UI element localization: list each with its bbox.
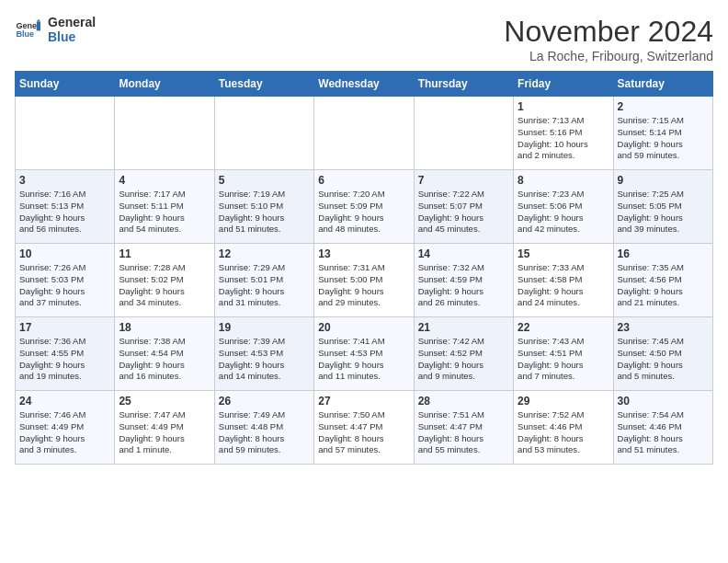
day-number: 12 [219, 247, 310, 260]
calendar-day-23: 23Sunrise: 7:45 AM Sunset: 4:50 PM Dayli… [613, 317, 712, 391]
calendar-day-17: 17Sunrise: 7:36 AM Sunset: 4:55 PM Dayli… [16, 317, 115, 391]
day-number: 3 [19, 174, 110, 187]
day-info: Sunrise: 7:17 AM Sunset: 5:11 PM Dayligh… [119, 189, 210, 236]
day-info: Sunrise: 7:22 AM Sunset: 5:07 PM Dayligh… [418, 189, 509, 236]
day-number: 19 [219, 321, 310, 334]
day-info: Sunrise: 7:49 AM Sunset: 4:48 PM Dayligh… [219, 409, 310, 456]
day-number: 13 [318, 247, 409, 260]
day-number: 15 [518, 247, 609, 260]
day-number: 28 [418, 395, 509, 408]
day-number: 7 [418, 174, 509, 187]
calendar-day-25: 25Sunrise: 7:47 AM Sunset: 4:49 PM Dayli… [115, 391, 214, 465]
day-info: Sunrise: 7:26 AM Sunset: 5:03 PM Dayligh… [19, 262, 110, 309]
calendar-day-16: 16Sunrise: 7:35 AM Sunset: 4:56 PM Dayli… [613, 244, 712, 317]
day-number: 17 [19, 321, 110, 334]
calendar-day-24: 24Sunrise: 7:46 AM Sunset: 4:49 PM Dayli… [16, 391, 115, 465]
calendar-day-4: 4Sunrise: 7:17 AM Sunset: 5:11 PM Daylig… [115, 170, 214, 244]
calendar-day-30: 30Sunrise: 7:54 AM Sunset: 4:46 PM Dayli… [613, 391, 712, 465]
calendar-week-row: 1Sunrise: 7:13 AM Sunset: 5:16 PM Daylig… [16, 97, 713, 170]
day-number: 9 [618, 174, 709, 187]
day-number: 18 [119, 321, 210, 334]
calendar-day-12: 12Sunrise: 7:29 AM Sunset: 5:01 PM Dayli… [214, 244, 313, 317]
calendar-day-28: 28Sunrise: 7:51 AM Sunset: 4:47 PM Dayli… [414, 391, 513, 465]
day-number: 23 [618, 321, 709, 334]
day-number: 25 [119, 395, 210, 408]
calendar-day-2: 2Sunrise: 7:15 AM Sunset: 5:14 PM Daylig… [613, 97, 712, 170]
day-number: 5 [219, 174, 310, 187]
day-info: Sunrise: 7:42 AM Sunset: 4:52 PM Dayligh… [418, 336, 509, 383]
svg-marker-2 [37, 22, 40, 31]
day-number: 14 [418, 247, 509, 260]
day-number: 6 [318, 174, 409, 187]
calendar-day-8: 8Sunrise: 7:23 AM Sunset: 5:06 PM Daylig… [514, 170, 613, 244]
calendar-day-13: 13Sunrise: 7:31 AM Sunset: 5:00 PM Dayli… [314, 244, 414, 317]
day-number: 24 [19, 395, 110, 408]
day-number: 8 [518, 174, 609, 187]
day-info: Sunrise: 7:29 AM Sunset: 5:01 PM Dayligh… [219, 262, 310, 309]
calendar-day-10: 10Sunrise: 7:26 AM Sunset: 5:03 PM Dayli… [16, 244, 115, 317]
location: La Roche, Fribourg, Switzerland [504, 49, 713, 63]
day-info: Sunrise: 7:16 AM Sunset: 5:13 PM Dayligh… [19, 189, 110, 236]
calendar-day-20: 20Sunrise: 7:41 AM Sunset: 4:53 PM Dayli… [314, 317, 414, 391]
day-info: Sunrise: 7:15 AM Sunset: 5:14 PM Dayligh… [618, 115, 709, 162]
day-info: Sunrise: 7:46 AM Sunset: 4:49 PM Dayligh… [19, 409, 110, 456]
calendar-day-29: 29Sunrise: 7:52 AM Sunset: 4:46 PM Dayli… [514, 391, 613, 465]
day-info: Sunrise: 7:33 AM Sunset: 4:58 PM Dayligh… [518, 262, 609, 309]
logo-icon: General Blue [15, 17, 40, 42]
calendar-empty-cell [214, 97, 313, 170]
day-number: 11 [119, 247, 210, 260]
calendar-day-21: 21Sunrise: 7:42 AM Sunset: 4:52 PM Dayli… [414, 317, 513, 391]
day-number: 10 [19, 247, 110, 260]
calendar-day-7: 7Sunrise: 7:22 AM Sunset: 5:07 PM Daylig… [414, 170, 513, 244]
day-info: Sunrise: 7:39 AM Sunset: 4:53 PM Dayligh… [219, 336, 310, 383]
calendar-day-22: 22Sunrise: 7:43 AM Sunset: 4:51 PM Dayli… [514, 317, 613, 391]
calendar-week-row: 10Sunrise: 7:26 AM Sunset: 5:03 PM Dayli… [16, 244, 713, 317]
day-info: Sunrise: 7:31 AM Sunset: 5:00 PM Dayligh… [318, 262, 409, 309]
calendar-day-19: 19Sunrise: 7:39 AM Sunset: 4:53 PM Dayli… [214, 317, 313, 391]
day-number: 4 [119, 174, 210, 187]
day-info: Sunrise: 7:41 AM Sunset: 4:53 PM Dayligh… [318, 336, 409, 383]
day-number: 27 [318, 395, 409, 408]
day-number: 30 [618, 395, 709, 408]
calendar-day-5: 5Sunrise: 7:19 AM Sunset: 5:10 PM Daylig… [214, 170, 313, 244]
day-info: Sunrise: 7:13 AM Sunset: 5:16 PM Dayligh… [518, 115, 609, 162]
day-number: 29 [518, 395, 609, 408]
calendar-day-18: 18Sunrise: 7:38 AM Sunset: 4:54 PM Dayli… [115, 317, 214, 391]
day-info: Sunrise: 7:50 AM Sunset: 4:47 PM Dayligh… [318, 409, 409, 456]
title-block: November 2024 La Roche, Fribourg, Switze… [504, 15, 713, 63]
page-header: General Blue General Blue November 2024 … [15, 15, 713, 63]
calendar-day-26: 26Sunrise: 7:49 AM Sunset: 4:48 PM Dayli… [214, 391, 313, 465]
calendar-table: SundayMondayTuesdayWednesdayThursdayFrid… [15, 71, 713, 465]
weekday-header-tuesday: Tuesday [214, 72, 313, 97]
calendar-day-11: 11Sunrise: 7:28 AM Sunset: 5:02 PM Dayli… [115, 244, 214, 317]
day-info: Sunrise: 7:43 AM Sunset: 4:51 PM Dayligh… [518, 336, 609, 383]
day-info: Sunrise: 7:23 AM Sunset: 5:06 PM Dayligh… [518, 189, 609, 236]
day-info: Sunrise: 7:32 AM Sunset: 4:59 PM Dayligh… [418, 262, 509, 309]
calendar-week-row: 24Sunrise: 7:46 AM Sunset: 4:49 PM Dayli… [16, 391, 713, 465]
svg-text:Blue: Blue [16, 29, 34, 39]
day-info: Sunrise: 7:36 AM Sunset: 4:55 PM Dayligh… [19, 336, 110, 383]
day-number: 2 [618, 100, 709, 113]
calendar-empty-cell [16, 97, 115, 170]
weekday-header-monday: Monday [115, 72, 214, 97]
logo-blue: Blue [48, 29, 96, 44]
weekday-header-saturday: Saturday [613, 72, 712, 97]
logo: General Blue General Blue [15, 15, 96, 44]
calendar-day-1: 1Sunrise: 7:13 AM Sunset: 5:16 PM Daylig… [514, 97, 613, 170]
calendar-day-6: 6Sunrise: 7:20 AM Sunset: 5:09 PM Daylig… [314, 170, 414, 244]
day-info: Sunrise: 7:45 AM Sunset: 4:50 PM Dayligh… [618, 336, 709, 383]
day-info: Sunrise: 7:54 AM Sunset: 4:46 PM Dayligh… [618, 409, 709, 456]
calendar-day-3: 3Sunrise: 7:16 AM Sunset: 5:13 PM Daylig… [16, 170, 115, 244]
day-info: Sunrise: 7:19 AM Sunset: 5:10 PM Dayligh… [219, 189, 310, 236]
logo-general: General [48, 15, 96, 29]
calendar-empty-cell [115, 97, 214, 170]
calendar-empty-cell [414, 97, 513, 170]
weekday-header-sunday: Sunday [16, 72, 115, 97]
day-info: Sunrise: 7:38 AM Sunset: 4:54 PM Dayligh… [119, 336, 210, 383]
day-number: 1 [518, 100, 609, 113]
day-info: Sunrise: 7:52 AM Sunset: 4:46 PM Dayligh… [518, 409, 609, 456]
day-number: 22 [518, 321, 609, 334]
month-title: November 2024 [504, 15, 713, 49]
weekday-header-thursday: Thursday [414, 72, 513, 97]
day-info: Sunrise: 7:25 AM Sunset: 5:05 PM Dayligh… [618, 189, 709, 236]
